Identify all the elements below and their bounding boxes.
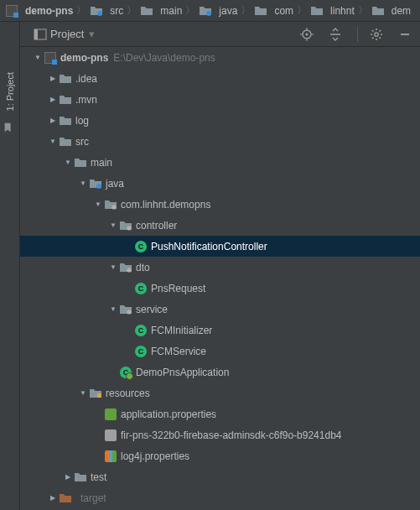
svg-point-0 (97, 11, 102, 16)
breadcrumb-separator: 〉 (356, 3, 370, 18)
tree-label: demo-pns (60, 52, 108, 64)
breadcrumb-label: java (219, 5, 237, 17)
tree-row[interactable]: CDemoPnsApplication (20, 362, 420, 382)
project-root-icon (5, 4, 18, 18)
svg-rect-26 (97, 393, 101, 398)
tree-label: log4j.properties (121, 450, 189, 462)
class-icon: C (134, 324, 148, 337)
folder-icon (371, 4, 385, 18)
tree-row[interactable]: CFCMService (20, 341, 420, 362)
tree-row[interactable]: ▼com.linhnt.demopns (20, 194, 420, 215)
tree-label: controller (136, 220, 177, 232)
tree-row[interactable]: ▶test (20, 466, 420, 487)
breadcrumb-separator: 〉 (184, 3, 197, 18)
chevron-down-icon[interactable]: ▼ (47, 138, 59, 145)
svg-line-17 (380, 37, 381, 39)
breadcrumb-item[interactable]: linhnt (309, 4, 356, 18)
tree-row[interactable]: ▶target (20, 487, 420, 508)
svg-point-21 (96, 184, 101, 189)
chevron-down-icon[interactable]: ▼ (32, 54, 44, 61)
tree-label: FCMInitializer (151, 325, 212, 336)
gear-icon[interactable] (370, 28, 383, 41)
tree-row[interactable]: ▶log (20, 110, 420, 131)
svg-line-18 (372, 37, 374, 39)
bookmark-icon[interactable] (2, 121, 15, 134)
log-icon (104, 450, 117, 463)
folder-blue-icon (90, 4, 103, 18)
tree-row[interactable]: ▶.mvn (20, 89, 420, 110)
folder-icon (74, 156, 87, 169)
breadcrumb-item[interactable]: main (138, 4, 184, 18)
tree-label: .mvn (75, 94, 97, 106)
chevron-down-icon[interactable]: ▼ (107, 263, 119, 271)
chevron-down-icon[interactable]: ▼ (107, 221, 119, 229)
tree-row[interactable]: CPushNotificationController (20, 236, 420, 257)
tree-path-suffix: E:\Dev\Java\demo-pns (113, 52, 215, 64)
package-icon (119, 219, 132, 232)
project-tree[interactable]: ▼demo-pnsE:\Dev\Java\demo-pns▶.idea▶.mvn… (20, 47, 420, 510)
tree-row[interactable]: CPnsRequest (20, 278, 420, 299)
tree-label: fir-pns-322b0-firebase-adminsdk-c6f9o-b9… (121, 429, 341, 441)
folder-icon (140, 4, 153, 18)
breadcrumb-separator: 〉 (239, 3, 252, 18)
tree-row[interactable]: ▼demo-pnsE:\Dev\Java\demo-pns (20, 47, 420, 68)
tree-row[interactable]: ▼dto (20, 257, 420, 278)
side-tab-project[interactable]: 1: Project (5, 72, 15, 111)
folder-icon (59, 135, 72, 148)
tree-label: PnsRequest (151, 283, 205, 294)
tree-label: main (91, 157, 112, 169)
breadcrumb-separator: 〉 (75, 3, 88, 18)
svg-point-5 (306, 33, 309, 35)
tree-row[interactable]: fir-pns-322b0-firebase-adminsdk-c6f9o-b9… (20, 424, 420, 445)
minimize-icon[interactable] (398, 28, 412, 41)
class-icon: C (134, 282, 148, 295)
chevron-right-icon[interactable]: ▶ (47, 117, 59, 124)
class-icon: C (134, 345, 148, 358)
leaf-icon (104, 408, 117, 421)
chevron-right-icon[interactable]: ▶ (47, 494, 59, 502)
locate-icon[interactable] (300, 28, 314, 41)
tree-row[interactable]: ▼main (20, 152, 420, 173)
folder-icon (310, 4, 324, 18)
breadcrumb-item[interactable]: src (88, 4, 125, 18)
collapse-all-icon[interactable] (329, 28, 342, 41)
breadcrumb-item[interactable]: java (197, 4, 239, 18)
tree-row[interactable]: ▶.idea (20, 68, 420, 89)
chevron-down-icon[interactable]: ▼ (77, 389, 89, 397)
tree-label: src (75, 136, 89, 148)
tree-row[interactable]: application.properties (20, 403, 420, 424)
svg-line-19 (380, 30, 381, 32)
tree-row[interactable]: ▼resources (20, 382, 420, 403)
breadcrumb-separator: 〉 (125, 3, 138, 18)
svg-rect-3 (34, 29, 38, 39)
tree-row[interactable]: CFCMInitializer (20, 320, 420, 341)
chevron-down-icon[interactable]: ▼ (107, 305, 119, 313)
chevron-right-icon[interactable]: ▶ (47, 96, 59, 103)
chevron-right-icon[interactable]: ▶ (47, 75, 59, 82)
folder-icon (254, 4, 267, 18)
tree-row[interactable]: ▼src (20, 131, 420, 152)
tree-label: target (80, 492, 106, 504)
chevron-down-icon[interactable]: ▼ (62, 159, 74, 166)
tool-window-title[interactable]: Project ▾ (50, 28, 95, 40)
breadcrumb-separator: 〉 (295, 3, 309, 18)
breadcrumb-label: src (110, 5, 123, 17)
folder-res-icon (89, 387, 102, 400)
chevron-down-icon[interactable]: ▼ (92, 200, 104, 208)
breadcrumb-item[interactable]: dem (370, 4, 412, 18)
tree-label: resources (106, 388, 150, 399)
tool-window-side-tabs: 1: Project (0, 22, 20, 510)
breadcrumb-item[interactable]: demo-pns (3, 4, 75, 18)
folder-icon (59, 93, 72, 107)
folder-icon (59, 72, 72, 86)
breadcrumb-item[interactable]: com (252, 4, 295, 18)
tree-row[interactable]: ▼service (20, 299, 420, 320)
svg-point-1 (206, 11, 211, 16)
tree-row[interactable]: ▼java (20, 173, 420, 194)
tree-row[interactable]: ▼controller (20, 215, 420, 236)
chevron-right-icon[interactable]: ▶ (62, 473, 74, 481)
folder-icon (59, 114, 72, 128)
breadcrumb-label: demo-pns (25, 5, 73, 17)
tree-row[interactable]: log4j.properties (20, 445, 420, 466)
chevron-down-icon[interactable]: ▼ (77, 180, 89, 187)
